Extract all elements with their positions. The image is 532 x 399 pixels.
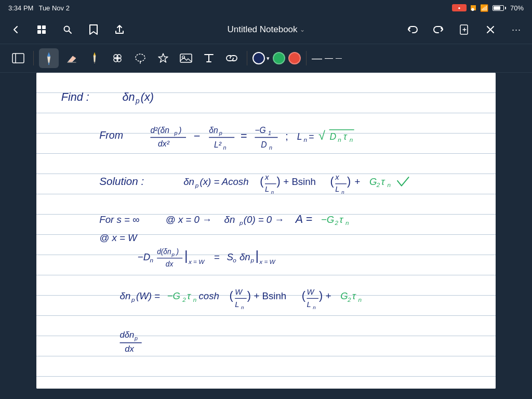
svg-text:L: L (307, 300, 311, 309)
svg-text:n: n (269, 144, 272, 151)
color-green-swatch[interactable] (273, 52, 285, 64)
svg-text:o: o (233, 257, 236, 263)
svg-text:2: 2 (376, 181, 380, 188)
pen-tool-button[interactable] (39, 48, 59, 68)
svg-rect-3 (42, 30, 46, 34)
svg-text:(: ( (330, 175, 335, 188)
svg-text:L: L (265, 185, 269, 193)
time-display: 3:34 PM (8, 4, 33, 12)
svg-text:L²: L² (214, 140, 222, 149)
svg-rect-1 (42, 25, 46, 29)
line-weight-thin[interactable]: — (336, 55, 341, 62)
svg-text:x = W: x = W (259, 258, 276, 265)
svg-text:cosh: cosh (199, 290, 219, 301)
svg-text:−D: −D (138, 251, 150, 262)
svg-text:δn: δn (240, 251, 250, 262)
svg-text:−G: −G (167, 290, 180, 301)
star-tool-button[interactable] (153, 48, 173, 68)
svg-text:@ x = W: @ x = W (99, 232, 138, 243)
line-weight-thick[interactable]: — (312, 52, 322, 64)
color-red-swatch[interactable] (288, 52, 301, 64)
image-tool-button[interactable] (176, 48, 196, 68)
svg-text:2: 2 (334, 219, 338, 226)
recording-indicator: ● (452, 4, 467, 11)
bookmark-button[interactable] (84, 20, 103, 39)
battery-indicator (493, 5, 506, 11)
svg-text:(0) = 0  →: (0) = 0 → (244, 214, 284, 225)
svg-text:p: p (239, 219, 243, 226)
color-picker-dropdown[interactable]: ▾ (252, 52, 270, 64)
notebook-page: Find : δn p (x) From d²(δn p ) dx² − δn … (36, 73, 496, 389)
svg-text:+ Bsinh: + Bsinh (283, 176, 316, 187)
link-tool-button[interactable] (222, 48, 242, 68)
svg-text:=: = (309, 131, 314, 142)
svg-point-11 (136, 54, 145, 61)
svg-text:): ) (178, 126, 181, 135)
share-button[interactable] (110, 20, 129, 39)
lasso-tool-button[interactable] (130, 48, 150, 68)
text-tool-button[interactable] (199, 48, 219, 68)
close-button[interactable] (481, 20, 500, 39)
svg-point-4 (64, 26, 70, 32)
svg-text:n: n (341, 189, 344, 195)
wifi-icon: 📶 (480, 4, 488, 12)
svg-text:x = W: x = W (188, 258, 205, 265)
svg-text:x: x (335, 173, 339, 181)
svg-text:(x): (x) (141, 90, 154, 103)
more-options-button[interactable]: ··· (507, 20, 526, 39)
svg-text:+: + (326, 290, 331, 301)
svg-rect-6 (12, 54, 24, 63)
undo-button[interactable] (403, 20, 422, 39)
svg-text:(x) = Acosh: (x) = Acosh (200, 176, 249, 187)
sidebar-toggle-button[interactable] (8, 48, 28, 68)
title-chevron-icon: ⌄ (300, 26, 305, 33)
svg-text:W: W (235, 288, 243, 296)
svg-text:): ) (175, 248, 179, 256)
svg-text:τ: τ (343, 131, 348, 142)
svg-text:d²(δn: d²(δn (150, 126, 169, 135)
svg-text:τ: τ (352, 290, 356, 301)
separator-1 (33, 51, 34, 65)
apps-button[interactable] (32, 20, 51, 39)
svg-text:δn: δn (224, 214, 235, 225)
svg-text:p: p (195, 182, 199, 189)
pencil-tool-button[interactable] (85, 48, 104, 68)
svg-text:D: D (330, 131, 337, 142)
eraser-tool-button[interactable] (62, 48, 82, 68)
lined-paper[interactable]: Find : δn p (x) From d²(δn p ) dx² − δn … (36, 73, 496, 389)
notebook-title-area[interactable]: Untitled Notebook ⌄ (227, 24, 304, 35)
search-button[interactable] (58, 20, 77, 39)
svg-text:|: | (184, 248, 188, 263)
svg-text:n: n (358, 296, 362, 303)
svg-text:n: n (304, 136, 308, 143)
svg-text:n: n (193, 296, 197, 303)
svg-text:n: n (345, 219, 349, 226)
svg-text:p: p (134, 335, 138, 341)
stamp-tool-button[interactable] (108, 48, 127, 68)
svg-text:dx: dx (125, 344, 134, 354)
separator-2 (247, 51, 247, 65)
back-button[interactable] (6, 20, 25, 39)
svg-point-10 (117, 58, 121, 62)
svg-text:+ Bsinh: + Bsinh (254, 290, 286, 301)
svg-text:+: + (355, 176, 361, 187)
svg-text:Solution  :: Solution : (99, 175, 144, 187)
svg-text:A =: A = (295, 212, 312, 225)
line-weight-medium[interactable]: — (325, 54, 332, 63)
svg-text:τ: τ (187, 290, 191, 301)
svg-text:G: G (369, 176, 377, 187)
svg-text:n: n (150, 257, 153, 263)
add-page-button[interactable] (455, 20, 474, 39)
svg-text:n: n (313, 304, 315, 310)
current-color-swatch[interactable] (252, 52, 265, 64)
svg-text:dδn: dδn (120, 330, 135, 340)
svg-text:n: n (387, 181, 391, 188)
svg-text:(: ( (260, 175, 264, 188)
redo-button[interactable] (429, 20, 448, 39)
svg-text:p: p (171, 251, 175, 257)
svg-text:|: | (255, 248, 259, 263)
svg-rect-0 (37, 25, 41, 29)
svg-text:−: − (194, 129, 201, 142)
toolbar-left (6, 20, 129, 39)
status-right: ● ● 📶 70% (452, 4, 524, 12)
